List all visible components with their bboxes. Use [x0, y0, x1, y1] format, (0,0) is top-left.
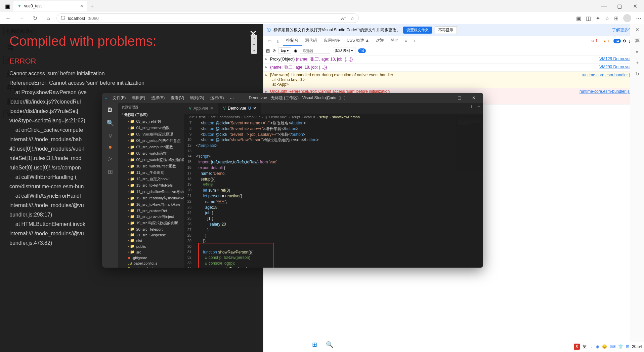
context-select[interactable]: top ▾: [278, 47, 291, 54]
minimize-icon[interactable]: —: [596, 1, 612, 11]
code-line[interactable]: 21 let person = reactive({: [184, 193, 483, 199]
reader-icon[interactable]: A⁺: [341, 16, 346, 21]
file-item[interactable]: › 📁 public: [118, 243, 184, 249]
editor-tab[interactable]: V App.vue M: [184, 103, 218, 114]
code-line[interactable]: 7 <button @click="$event => name+='~'">修…: [184, 120, 483, 126]
ime-tool-icon[interactable]: 👕: [618, 344, 623, 349]
overlay-nav[interactable]: ▴●▾: [251, 35, 257, 54]
file-item[interactable]: › 📁 19_src.响应式数据的判断: [118, 220, 184, 226]
close-icon[interactable]: ✕: [467, 95, 480, 100]
code-line[interactable]: 28 }: [184, 233, 483, 239]
info-count-badge[interactable]: 14: [613, 39, 621, 43]
code-line[interactable]: 24 job:{: [184, 210, 483, 216]
close-icon[interactable]: ✕: [80, 4, 83, 8]
devtools-tab[interactable]: CSS 概述 ▲: [343, 36, 373, 46]
file-item[interactable]: › 📁 10_src_watchEffect函数: [118, 163, 184, 169]
ime-tool-icon[interactable]: ，: [589, 344, 593, 350]
info-icon[interactable]: ⓘ: [61, 15, 65, 21]
code-line[interactable]: 31 function showRawPerson(){: [184, 249, 483, 255]
ime-tool-icon[interactable]: ◉: [596, 344, 599, 349]
clear-console-icon[interactable]: ⊘: [272, 48, 276, 53]
browser-tab[interactable]: ▼ vue3_test ✕: [13, 1, 87, 11]
file-item[interactable]: › 📁 16_src_toRaw.与markRaw: [118, 201, 184, 208]
devtools-tab[interactable]: 控制台: [283, 36, 302, 46]
eye-icon[interactable]: ◉: [294, 48, 297, 53]
code-line[interactable]: 23 age:18,: [184, 205, 483, 210]
more-icon[interactable]: ⋯: [636, 15, 641, 22]
code-line[interactable]: 14<script>: [184, 154, 483, 159]
code-line[interactable]: 30: [184, 244, 483, 249]
file-item[interactable]: › 📁 04_src_reactive函数: [118, 125, 184, 131]
code-line[interactable]: 13: [184, 149, 483, 154]
editor-tab[interactable]: V Demo.vue U ✕: [218, 103, 261, 114]
file-item[interactable]: {} package-lock.json: [118, 266, 184, 268]
code-line[interactable]: 26 salary:20: [184, 222, 483, 227]
devtools-tab[interactable]: 欢迎: [373, 36, 387, 46]
filter-input[interactable]: [300, 48, 330, 54]
issue-count-badge[interactable]: 14: [358, 48, 366, 53]
source-control-icon[interactable]: ⑂: [109, 133, 112, 140]
code-line[interactable]: 25 j1:{: [184, 216, 483, 222]
sidebar-section[interactable]: ˅ 无标题 (工作区): [118, 112, 184, 118]
warn-count-badge[interactable]: ▲ 1: [601, 39, 611, 43]
menu-item[interactable]: 选择(S): [148, 94, 167, 102]
new-tab-icon[interactable]: ＋: [411, 38, 419, 44]
extensions-icon[interactable]: ⊞: [108, 168, 113, 175]
minimize-icon[interactable]: —: [439, 95, 452, 100]
ime-tool-icon[interactable]: 😊: [602, 344, 607, 349]
error-count-badge[interactable]: ⊘ 1: [590, 38, 599, 43]
dont-show-button[interactable]: 不再显示: [435, 26, 457, 34]
sogou-icon[interactable]: S: [574, 344, 580, 350]
code-line[interactable]: 29 }): [184, 238, 483, 244]
code-line[interactable]: 20 let sum = ref(0): [184, 188, 483, 193]
code-line[interactable]: 33 // console.log(p);: [184, 261, 483, 266]
library-icon[interactable]: ⊞: [614, 15, 618, 22]
refresh-icon[interactable]: ↻: [30, 13, 40, 24]
console-row[interactable]: ▸Proxy(Object) {name: '张三', age: 18, job…: [263, 55, 644, 64]
more-tabs-icon[interactable]: »: [402, 39, 410, 43]
set-root-folder-button[interactable]: 设置根文件夹: [403, 27, 432, 34]
file-item[interactable]: › 📁 11_src_生命周期: [118, 169, 184, 176]
history-icon[interactable]: ↻: [635, 71, 639, 77]
file-item[interactable]: › 📁 20_src_Teleport: [118, 226, 184, 232]
search-icon[interactable]: 🔍: [324, 339, 336, 351]
favorite-icon[interactable]: ☆: [350, 16, 354, 21]
inspect-icon[interactable]: ▭: [265, 39, 273, 43]
home-icon[interactable]: ⌂: [43, 13, 54, 24]
collections-icon[interactable]: ☆: [605, 15, 609, 22]
code-line[interactable]: 9 <button @click="$event => job.j1.salar…: [184, 132, 483, 138]
maximize-icon[interactable]: ▢: [453, 95, 466, 100]
menu-item[interactable]: 运行(R): [208, 94, 227, 102]
back-icon[interactable]: ←: [3, 13, 13, 24]
devtools-tab[interactable]: 源代码: [302, 36, 320, 46]
screenshot-icon[interactable]: ◫: [586, 15, 591, 22]
ime-lang[interactable]: 英: [583, 344, 587, 350]
video-icon[interactable]: ▣: [576, 15, 581, 22]
file-item[interactable]: › 📁 07_src_computed函数: [118, 144, 184, 150]
device-icon[interactable]: ▯: [274, 39, 282, 43]
file-item[interactable]: › 📁 14_src_shallowReactive与shallowRef: [118, 189, 184, 195]
file-item[interactable]: › 📁 05_Vue3的响应式原理: [118, 131, 184, 138]
plus-icon[interactable]: ＋: [635, 60, 640, 66]
code-editor[interactable]: 7 <button @click="$event => name+='~'">修…: [184, 120, 483, 268]
file-item[interactable]: › 📁 src: [118, 249, 184, 255]
menu-item[interactable]: 转到(G): [187, 94, 207, 102]
file-item[interactable]: › 📁 dist: [118, 238, 184, 243]
extension-icon[interactable]: ✦: [596, 15, 600, 22]
close-icon[interactable]: ✕: [627, 1, 643, 11]
file-item[interactable]: › 📁 09_src_watch监视ref数据的说明: [118, 157, 184, 163]
expand-icon[interactable]: »: [636, 49, 639, 54]
more-icon[interactable]: ⋯: [476, 104, 480, 109]
menu-item[interactable]: 文件(F): [110, 94, 128, 102]
menu-item[interactable]: …: [227, 94, 237, 102]
code-line[interactable]: 17 name: 'Demo',: [184, 171, 483, 177]
close-icon[interactable]: ✕: [635, 27, 639, 32]
code-line[interactable]: 12</template>: [184, 143, 483, 149]
breadcrumb[interactable]: vue3_test1›src›components›Demo.vue›{} "D…: [184, 114, 483, 120]
layout-icon[interactable]: ▯: [339, 95, 341, 100]
menu-item[interactable]: 查看(V): [168, 94, 187, 102]
file-item[interactable]: › 📁 08_src_watch函数: [118, 150, 184, 157]
code-line[interactable]: 22 name:'张三',: [184, 199, 483, 205]
vscode-title-bar[interactable]: ⟁ 文件(F)编辑(E)选择(S)查看(V)转到(G)运行(R)… Demo.v…: [102, 93, 483, 103]
code-line[interactable]: 27 }: [184, 227, 483, 233]
